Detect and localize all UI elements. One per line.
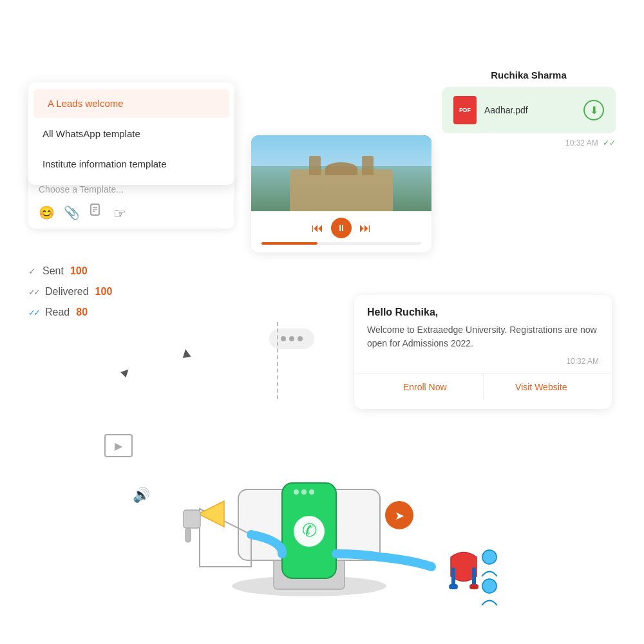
media-controls: ⏮ ⏸ ⏭ <box>251 211 431 252</box>
typing-dot-3 <box>298 336 303 341</box>
svg-rect-6 <box>238 489 380 560</box>
dropdown-item-whatsapp-template[interactable]: All WhatsApp template <box>28 119 234 148</box>
audio-icon: 🔊 <box>133 487 150 504</box>
video-icon: ▶ <box>104 434 133 457</box>
ruchika-section: Ruchika Sharma PDF Aadhar.pdf ⬇ 10:32 AM… <box>442 70 616 147</box>
dropdown-item-institute-template[interactable]: Institute information template <box>28 149 234 178</box>
sent-value: 100 <box>70 265 88 277</box>
delivered-label: Delivered <box>45 286 89 298</box>
delivered-check-icon: ✓✓ <box>28 287 39 297</box>
svg-rect-16 <box>469 584 478 589</box>
template-placeholder: Choose a Template... <box>39 184 224 194</box>
media-card: ⏮ ⏸ ⏭ <box>251 135 431 252</box>
sent-label: Sent <box>43 265 64 277</box>
pdf-time: 10:32 AM ✓✓ <box>442 138 616 147</box>
stat-read: ✓✓ Read 80 <box>28 307 112 318</box>
stat-delivered: ✓✓ Delivered 100 <box>28 286 112 298</box>
svg-point-18 <box>482 579 497 593</box>
sent-check-icon: ✓ <box>28 266 36 276</box>
read-value: 80 <box>76 307 88 318</box>
enroll-now-button[interactable]: Enroll Now <box>367 374 484 400</box>
visit-website-button[interactable]: Visit Website <box>484 374 600 400</box>
svg-point-8 <box>294 489 299 495</box>
cursor-arrow-1: ▲ <box>178 343 194 362</box>
message-bubble: Hello Ruchika, Welcome to Extraaedge Uni… <box>354 295 612 409</box>
ruchika-name: Ruchika Sharma <box>442 70 616 80</box>
bubble-buttons: Enroll Now Visit Website <box>354 374 612 400</box>
template-dropdown: A Leads welcome All WhatsApp template In… <box>28 82 234 185</box>
svg-rect-14 <box>185 528 191 542</box>
pdf-icon: PDF <box>453 96 477 124</box>
svg-rect-7 <box>282 483 336 578</box>
svg-rect-13 <box>184 510 200 528</box>
svg-point-10 <box>309 489 314 495</box>
bubble-greeting: Hello Ruchika, <box>367 307 599 318</box>
cursor-arrow-2: ▲ <box>117 362 136 381</box>
template-icon[interactable] <box>89 204 103 221</box>
svg-point-9 <box>301 489 307 495</box>
dashed-connector-line <box>277 322 278 399</box>
template-toolbar: 😊 📎 ☞ <box>39 204 224 221</box>
pause-button[interactable]: ⏸ <box>331 218 352 238</box>
emoji-icon[interactable]: 😊 <box>39 205 55 220</box>
media-image <box>251 135 431 211</box>
pdf-left: PDF Aadhar.pdf <box>453 96 528 124</box>
dropdown-item-leads-welcome[interactable]: A Leads welcome <box>33 89 229 118</box>
svg-rect-15 <box>449 584 458 589</box>
svg-point-19 <box>385 501 413 529</box>
typing-indicator <box>269 328 314 349</box>
cursor-hand-icon: ☞ <box>113 205 126 222</box>
delivered-value: 100 <box>95 286 113 298</box>
forward-button[interactable]: ⏭ <box>359 222 371 235</box>
pdf-download-button[interactable]: ⬇ <box>583 100 604 120</box>
progress-bar-fill <box>261 242 317 245</box>
stat-sent: ✓ Sent 100 <box>28 265 112 277</box>
player-controls: ⏮ ⏸ ⏭ <box>261 218 421 238</box>
attach-icon[interactable]: 📎 <box>64 205 80 220</box>
read-ticks-icon: ✓✓ <box>603 138 616 147</box>
pdf-card: PDF Aadhar.pdf ⬇ <box>442 87 616 133</box>
typing-dot-1 <box>281 336 286 341</box>
svg-point-17 <box>482 550 497 564</box>
typing-dot-2 <box>289 336 294 341</box>
svg-text:✆: ✆ <box>302 520 317 540</box>
progress-bar[interactable] <box>261 242 421 245</box>
svg-point-11 <box>294 516 325 547</box>
svg-text:➤: ➤ <box>395 509 404 522</box>
svg-point-4 <box>232 576 386 596</box>
read-check-icon: ✓✓ <box>28 308 39 317</box>
rewind-button[interactable]: ⏮ <box>312 222 323 235</box>
pdf-filename: Aadhar.pdf <box>484 105 528 115</box>
svg-rect-5 <box>274 557 345 589</box>
stats-area: ✓ Sent 100 ✓✓ Delivered 100 ✓✓ Read 80 <box>28 265 112 327</box>
bubble-body: Welcome to Extraaedge University. Regist… <box>367 323 599 350</box>
read-label: Read <box>45 307 70 318</box>
bubble-time: 10:32 AM <box>367 357 599 366</box>
